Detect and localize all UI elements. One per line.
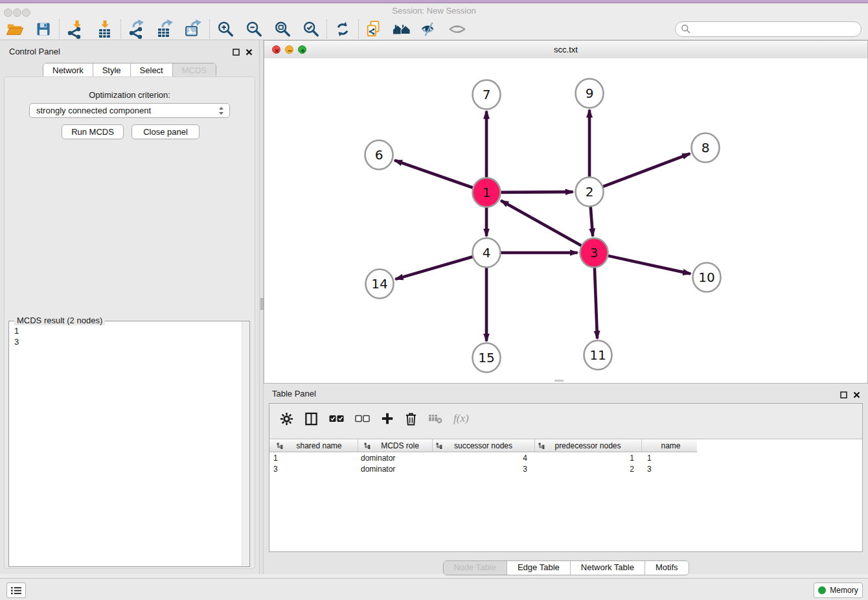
float-panel-icon[interactable] [233, 47, 240, 58]
create-column-icon[interactable] [381, 412, 394, 425]
table-row[interactable]: 3 dominator 3 2 3 [269, 463, 697, 474]
memory-button[interactable]: Memory [814, 583, 863, 598]
column-header-name[interactable]: name [642, 439, 697, 452]
graph-node-2[interactable]: 2 [576, 178, 604, 207]
table-header-row: shared name MCDS role successor nodes pr… [269, 439, 697, 452]
open-session-icon[interactable] [5, 19, 25, 39]
graphics-details-icon[interactable] [419, 19, 439, 39]
tab-node-table[interactable]: Node Table [443, 561, 507, 575]
close-panel-button[interactable]: Close panel [131, 124, 200, 139]
search-box[interactable] [675, 21, 862, 37]
graph-edge-4-14[interactable] [395, 257, 474, 279]
graph-node-4[interactable]: 4 [473, 238, 501, 268]
list-icon [11, 586, 22, 595]
graph-node-8[interactable]: 8 [692, 133, 720, 163]
import-network-icon[interactable] [65, 19, 85, 39]
float-panel-icon[interactable] [840, 389, 847, 401]
close-panel-icon[interactable] [246, 47, 253, 58]
table-panel-tabs: Node Table Edge Table Network Table Moti… [442, 560, 689, 575]
deselect-all-icon[interactable] [355, 414, 370, 423]
graph-node-label: 8 [702, 140, 710, 156]
zoom-fit-icon[interactable] [273, 19, 292, 39]
apply-layout-icon[interactable] [333, 19, 352, 39]
cell-shared-name: 3 [269, 465, 358, 474]
application-window: Session: New Session [0, 0, 868, 600]
tab-motifs[interactable]: Motifs [645, 561, 689, 575]
zoom-in-icon[interactable] [216, 19, 235, 39]
column-type-icon [436, 443, 442, 449]
table-settings-gear-icon[interactable] [280, 412, 293, 426]
column-header-predecessor-nodes[interactable]: predecessor nodes [535, 439, 642, 452]
criterion-select[interactable]: strongly connected component [29, 103, 230, 118]
control-panel-title: Control Panel [9, 47, 60, 56]
graph-node-3[interactable]: 3 [580, 238, 608, 268]
cell-mcds-role: dominator [358, 454, 433, 463]
graph-node-label: 10 [698, 270, 714, 285]
control-panel: Control Panel Network Style Select MCDS … [0, 40, 259, 574]
column-header-mcds-role[interactable]: MCDS role [358, 439, 433, 452]
network-canvas-area[interactable]: 1234678910111415 [264, 58, 867, 383]
graph-node-11[interactable]: 11 [584, 341, 612, 370]
clone-network-icon[interactable] [365, 19, 384, 39]
network-canvas[interactable]: 1234678910111415 [264, 58, 867, 383]
graph-edge-2-3[interactable] [591, 205, 593, 236]
zoom-out-icon[interactable] [244, 19, 264, 39]
mcds-result-list[interactable]: 1 3 [9, 321, 249, 347]
home-neighbors-icon[interactable] [392, 19, 411, 39]
function-builder-icon[interactable]: f(x) [453, 412, 469, 425]
criterion-value: strongly connected component [36, 106, 218, 115]
mcds-result-title: MCDS result (2 nodes) [14, 316, 105, 325]
chevron-updown-icon [218, 106, 224, 115]
tab-select[interactable]: Select [131, 63, 173, 78]
graph-node-15[interactable]: 15 [473, 343, 501, 373]
delete-table-icon[interactable] [428, 413, 442, 424]
export-network-icon[interactable] [127, 19, 146, 39]
graph-node-7[interactable]: 7 [473, 80, 501, 110]
tab-mcds[interactable]: MCDS [173, 63, 216, 78]
cell-successor-nodes: 4 [433, 454, 535, 463]
graph-node-9[interactable]: 9 [576, 79, 604, 108]
graph-edge-1-2[interactable] [499, 192, 573, 192]
tab-style[interactable]: Style [93, 63, 131, 78]
task-history-button[interactable] [6, 583, 26, 598]
graph-node-6[interactable]: 6 [365, 141, 393, 170]
graph-node-label: 4 [483, 245, 491, 260]
close-panel-icon[interactable] [853, 389, 860, 401]
graph-node-label: 9 [586, 86, 594, 101]
tab-edge-table[interactable]: Edge Table [507, 561, 571, 575]
toolbar-separator [358, 19, 359, 39]
graph-node-1[interactable]: 1 [473, 178, 501, 207]
birds-eye-view-icon[interactable] [448, 19, 467, 39]
node-table: shared name MCDS role successor nodes pr… [269, 439, 862, 551]
cell-predecessor-nodes: 2 [535, 465, 642, 474]
graph-edge-2-8[interactable] [602, 154, 690, 187]
table-row[interactable]: 1 dominator 4 1 1 [269, 452, 697, 463]
tab-network[interactable]: Network [43, 63, 93, 78]
graph-edge-1-6[interactable] [394, 160, 474, 188]
graph-edge-3-10[interactable] [607, 255, 691, 273]
search-input[interactable] [691, 24, 861, 34]
graph-edge-3-1[interactable] [501, 200, 582, 246]
export-image-icon[interactable] [184, 19, 203, 39]
zoom-selected-icon[interactable] [301, 19, 321, 39]
graph-node-label: 6 [375, 147, 383, 163]
select-all-icon[interactable] [329, 414, 344, 423]
run-mcds-button[interactable]: Run MCDS [62, 124, 124, 139]
tab-network-table[interactable]: Network Table [571, 561, 645, 575]
column-header-successor-nodes[interactable]: successor nodes [433, 439, 535, 452]
result-scrollbar[interactable] [242, 321, 249, 566]
network-window-titlebar[interactable]: scc.txt [264, 41, 867, 59]
delete-column-icon[interactable] [405, 412, 417, 426]
graph-node-14[interactable]: 14 [366, 270, 394, 299]
column-header-shared-name[interactable]: shared name [269, 439, 358, 452]
save-session-icon[interactable] [34, 19, 53, 39]
graph-node-label: 2 [586, 184, 594, 200]
panel-splitter[interactable] [259, 40, 264, 574]
export-table-icon[interactable] [155, 19, 175, 39]
mcds-result-line: 3 [14, 336, 249, 347]
window-title: Session: New Session [0, 6, 868, 16]
graph-edge-3-11[interactable] [595, 266, 597, 338]
graph-node-10[interactable]: 10 [693, 263, 721, 292]
show-columns-icon[interactable] [304, 412, 318, 426]
import-table-icon[interactable] [95, 19, 115, 39]
